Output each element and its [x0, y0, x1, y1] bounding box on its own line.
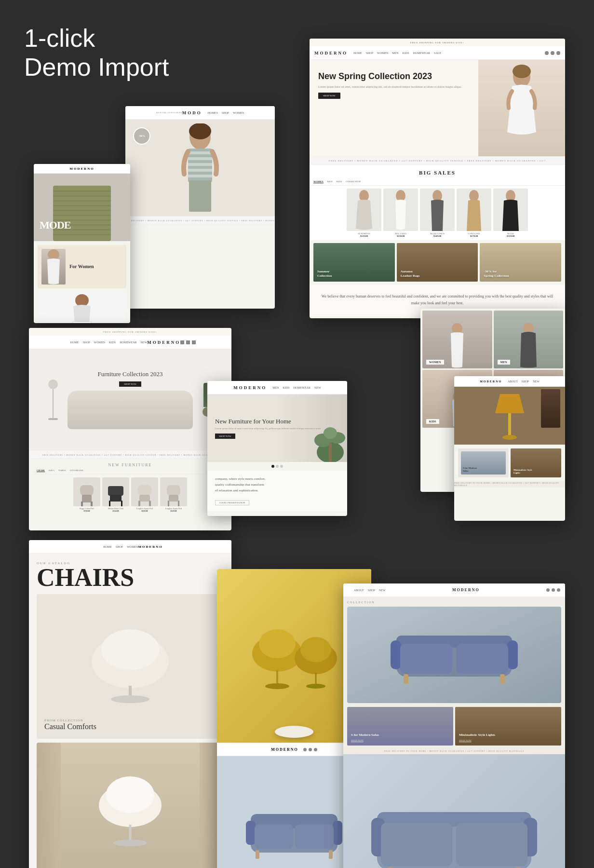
furniture-text-center: Furniture Collection 2023 SHOP NOW: [68, 370, 193, 429]
moderno-bar-icons: [303, 748, 317, 751]
fn-home[interactable]: HOME: [70, 341, 79, 344]
furniture-main-screenshot: FREE SHIPPING FOR ORDERS $100+ HOME SHOP…: [29, 328, 231, 530]
fn-btn[interactable]: SHOP NOW: [215, 434, 235, 439]
svg-rect-10: [188, 151, 212, 154]
dot-active[interactable]: [271, 465, 274, 468]
product-img: [420, 189, 455, 231]
sofa-delivery: FREE DELIVERY TO YOUR HOME • MONEY BACK …: [343, 747, 565, 754]
fn-hero: New Furniture for Your Home Lorem ipsum …: [207, 394, 347, 462]
cart-icon[interactable]: [556, 51, 560, 55]
cat-leather[interactable]: AutumnLeather Bags: [397, 243, 478, 282]
nav-sale[interactable]: SALE: [434, 52, 441, 54]
tab-ottomans[interactable]: OTTOMANS: [70, 469, 83, 472]
fn-kids[interactable]: KIDS: [283, 386, 290, 389]
fn-new[interactable]: NEW: [141, 341, 148, 344]
fn-men[interactable]: MEN: [272, 386, 279, 389]
big-sofa-section: SOFA: [343, 754, 565, 868]
chair-price: $710.00: [73, 510, 100, 512]
fn-kids[interactable]: KIDS: [109, 341, 116, 344]
svg-rect-29: [80, 485, 94, 496]
chair-img: [73, 477, 100, 506]
stb1-btn[interactable]: SHOP NOW: [351, 739, 449, 742]
tab-kids[interactable]: KIDS: [337, 180, 342, 183]
fn-brand: MODERNO: [233, 385, 267, 390]
lights-about[interactable]: ABOUT: [508, 380, 518, 383]
moderno-bar-brand: MODERNO: [271, 747, 298, 752]
furniture-scene: Furniture Collection 2023 SHOP NOW: [48, 370, 212, 429]
svg-rect-87: [507, 640, 518, 669]
tab-table[interactable]: TABLE: [58, 469, 66, 472]
nav-women[interactable]: WOMEN: [377, 52, 388, 54]
stb2-btn[interactable]: SHOP NOW: [459, 739, 557, 742]
dot-3[interactable]: [280, 465, 283, 468]
mb-user[interactable]: [309, 748, 312, 751]
chair-card: Longline Square Puff $119.00: [131, 477, 158, 512]
mb-search[interactable]: [303, 748, 307, 751]
products-row: SUNDRESS $119.00 RELAXED $138.00: [310, 186, 565, 240]
nav-home[interactable]: HOME: [353, 52, 362, 54]
sn-about[interactable]: ABOUT: [354, 589, 364, 592]
sn-new[interactable]: NEW: [379, 589, 386, 592]
svg-rect-35: [109, 501, 110, 506]
lights-sofa-block[interactable]: S for ModernSofas: [458, 448, 509, 477]
mid-nav-women[interactable]: WOMEN: [233, 111, 244, 114]
product-card: RELAXED $138.00: [383, 189, 418, 237]
cn-home[interactable]: HOME: [103, 545, 112, 548]
tab-other[interactable]: OTHER SHOP: [346, 180, 361, 183]
product-img: [347, 189, 381, 231]
furniture-shop-btn[interactable]: SHOP NOW: [119, 381, 141, 387]
f-user-icon[interactable]: [186, 340, 190, 344]
hero-shop-btn[interactable]: SHOP NOW: [318, 93, 340, 99]
tab-chair[interactable]: CHAIR: [37, 469, 45, 472]
sofa-user[interactable]: [552, 588, 555, 592]
svg-rect-41: [167, 485, 180, 496]
cat-spring[interactable]: -30% forSpring Collection: [480, 243, 561, 282]
sofa-search[interactable]: [546, 588, 550, 592]
fw-model: [41, 249, 66, 285]
dress-5: [499, 190, 523, 231]
fn-pres-label[interactable]: GOOD: PRESENTATION: [215, 500, 249, 505]
svg-rect-96: [381, 823, 452, 866]
fn-shop[interactable]: SHOP: [82, 341, 90, 344]
sofa-cart[interactable]: [557, 588, 560, 592]
mid-nav-shop[interactable]: SHOP: [222, 111, 229, 114]
nav-homewear[interactable]: HOMEWEAR: [413, 52, 430, 54]
cn-shop[interactable]: SHOP: [116, 545, 123, 548]
cn-women[interactable]: WOMEN: [127, 545, 138, 548]
cat-women-cell[interactable]: WOMEN: [422, 311, 492, 368]
svg-rect-79: [329, 850, 333, 859]
yellow-chairs-svg: [246, 617, 342, 694]
fn-homewear[interactable]: HOMEWEAR: [120, 341, 136, 344]
mid-delivery-text: BIG DELIVERY • MONEY BACK GUARANTEE • 24…: [125, 219, 275, 222]
fn-women[interactable]: WOMEN: [94, 341, 105, 344]
user-icon[interactable]: [551, 51, 554, 55]
nav-shop[interactable]: SHOP: [366, 52, 373, 54]
tab-sofa[interactable]: SOFA: [49, 469, 54, 472]
stb2-label: Minimalistic Style Lights: [459, 733, 557, 737]
lights-new[interactable]: NEW: [533, 380, 540, 383]
cat-summer[interactable]: SummerCollection: [313, 243, 395, 282]
mid-delivery: BIG DELIVERY • MONEY BACK GUARANTEE • 24…: [125, 216, 275, 225]
mid-nav-homes[interactable]: HOMES: [208, 111, 218, 114]
nav-kids[interactable]: KIDS: [403, 52, 409, 54]
svg-point-57: [101, 629, 159, 670]
sn-shop[interactable]: SHOP: [368, 589, 375, 592]
dot-2[interactable]: [276, 465, 279, 468]
svg-rect-76: [255, 825, 293, 849]
cat-men-cell[interactable]: MEN: [494, 311, 564, 368]
lights-shop[interactable]: SHOP: [522, 380, 529, 383]
furniture-nav-icons: [180, 340, 196, 344]
svg-point-1: [513, 65, 531, 78]
fn-new[interactable]: NEW: [314, 386, 321, 389]
f-cart-icon[interactable]: [192, 340, 196, 344]
mb-cart[interactable]: [314, 748, 317, 751]
fn-homewear[interactable]: HOMEWEAR: [294, 386, 310, 389]
furniture-delivery-text: FREE DELIVERY • MONEY BACK GUARANTEE • 2…: [42, 454, 218, 456]
svg-rect-26: [53, 234, 111, 235]
tab-women[interactable]: WOMEN: [313, 180, 324, 183]
nav-men[interactable]: MEN: [392, 52, 398, 54]
lights-lights-block[interactable]: Minimalistic StyleLights: [511, 448, 561, 477]
f-search-icon[interactable]: [180, 340, 184, 344]
search-icon[interactable]: [545, 51, 549, 55]
tab-men[interactable]: MEN: [327, 180, 333, 183]
